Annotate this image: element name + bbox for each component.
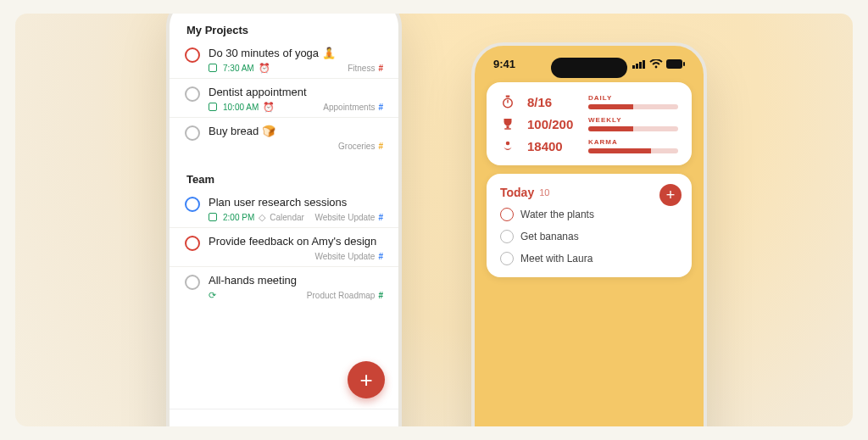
tab-inbox[interactable]: Inbox: [227, 409, 285, 426]
task-extra: Calendar: [270, 213, 304, 222]
phone-todoist: My Projects Do 30 minutes of yoga 🧘 7:30…: [166, 14, 402, 426]
stat-daily: 8/16 DAILY: [500, 94, 678, 109]
trophy-icon: [500, 116, 519, 131]
stat-value: 8/16: [527, 95, 580, 109]
widget-task-row[interactable]: Meet with Laura: [500, 252, 678, 265]
task-title: All-hands meeting: [209, 274, 383, 287]
progress-bar: [588, 126, 678, 131]
showcase-stage: My Projects Do 30 minutes of yoga 🧘 7:30…: [15, 14, 853, 426]
task-tag: Groceries: [338, 142, 375, 151]
alarm-icon: ⏰: [263, 102, 275, 113]
hash-icon: #: [378, 213, 383, 222]
today-count: 10: [539, 187, 549, 198]
section-header-my-projects: My Projects: [170, 19, 398, 40]
task-tag: Product Roadmap: [307, 291, 376, 300]
task-title: Buy bread 🍞: [209, 125, 383, 137]
task-tag: Fitness: [348, 64, 375, 73]
progress-bar: [588, 104, 678, 109]
task-tag: Appointments: [323, 103, 375, 112]
widget-task-row[interactable]: Get bananas: [500, 230, 678, 243]
add-task-button[interactable]: +: [659, 184, 682, 206]
svg-rect-18: [507, 125, 509, 128]
priority-bullet-icon[interactable]: [500, 208, 514, 221]
priority-bullet-icon[interactable]: [185, 236, 200, 251]
widget-task-row[interactable]: Water the plants: [500, 208, 678, 221]
priority-bullet-icon[interactable]: [185, 86, 200, 102]
priority-bullet-icon[interactable]: [185, 125, 200, 141]
svg-rect-9: [636, 64, 638, 69]
tab-search[interactable]: Search: [284, 409, 342, 426]
tab-browse[interactable]: Browse: [342, 409, 399, 426]
hash-icon: #: [378, 64, 383, 73]
stat-label: KARMA: [588, 138, 678, 146]
svg-rect-19: [504, 128, 511, 130]
svg-rect-10: [639, 62, 642, 69]
task-time: 7:30 AM: [223, 64, 254, 73]
add-task-button[interactable]: +: [348, 361, 385, 398]
battery-icon: [666, 59, 685, 69]
svg-rect-17: [506, 96, 510, 97]
stat-karma: 18400 KARMA: [500, 138, 678, 153]
svg-point-20: [506, 142, 510, 146]
svg-rect-14: [683, 62, 685, 66]
priority-bullet-icon[interactable]: [185, 47, 200, 63]
task-row[interactable]: Dentist appointment 10:00 AM ⏰ Appointme…: [170, 78, 398, 117]
priority-bullet-icon[interactable]: [500, 230, 514, 243]
task-time: 10:00 AM: [223, 103, 259, 112]
task-row[interactable]: All-hands meeting ⟳ Product Roadmap #: [170, 266, 398, 305]
priority-bullet-icon[interactable]: [500, 252, 514, 265]
tab-today[interactable]: 21 Today: [170, 409, 227, 426]
calendar-icon: [209, 103, 217, 111]
svg-point-12: [655, 66, 658, 69]
stat-label: WEEKLY: [588, 116, 678, 124]
bottom-tab-bar: 21 Today Inbox Search Browse: [170, 409, 398, 426]
priority-bullet-icon[interactable]: [185, 275, 200, 290]
karma-icon: [500, 138, 519, 153]
hash-icon: #: [378, 291, 383, 300]
task-title: Provide feedback on Amy's design: [209, 235, 383, 248]
task-tag: Website Update: [314, 213, 375, 222]
cellular-icon: [632, 59, 646, 69]
stat-value: 100/200: [527, 117, 580, 131]
task-title: Water the plants: [520, 209, 594, 220]
search-icon: [304, 425, 321, 427]
hash-icon: #: [378, 103, 383, 112]
today-widget[interactable]: + Today 10 Water the plants Get bananas …: [487, 174, 692, 277]
task-row[interactable]: Buy bread 🍞 Groceries #: [170, 117, 398, 156]
timer-icon: [500, 94, 519, 109]
recurring-icon: ⟳: [209, 290, 216, 301]
calendar-icon: [209, 64, 217, 72]
progress-bar: [588, 148, 678, 153]
alarm-icon: ⏰: [259, 63, 270, 74]
inbox-icon: [247, 425, 264, 427]
task-tag: Website Update: [314, 252, 375, 261]
hash-icon: #: [378, 252, 383, 261]
task-title: Plan user research sessions: [209, 196, 383, 209]
calendar-icon: [209, 213, 217, 221]
today-label: Today: [500, 186, 534, 199]
browse-icon: [361, 425, 378, 427]
task-title: Dentist appointment: [209, 86, 383, 98]
task-row[interactable]: Plan user research sessions 2:00 PM ◇ Ca…: [170, 189, 398, 227]
stat-weekly: 100/200 WEEKLY: [500, 116, 678, 131]
task-title: Do 30 minutes of yoga 🧘: [209, 47, 383, 59]
phone-content: My Projects Do 30 minutes of yoga 🧘 7:30…: [170, 14, 398, 305]
task-row[interactable]: Do 30 minutes of yoga 🧘 7:30 AM ⏰ Fitnes…: [170, 40, 398, 78]
tag-icon: ◇: [259, 212, 265, 223]
svg-rect-11: [643, 60, 645, 69]
phone-widgets: 9:41 8/16 DAILY: [471, 42, 707, 426]
section-header-team: Team: [170, 168, 398, 189]
task-title: Meet with Laura: [520, 253, 593, 265]
wifi-icon: [649, 59, 663, 69]
svg-rect-8: [632, 65, 635, 69]
stats-widget[interactable]: 8/16 DAILY 100/200 WEEKLY: [487, 82, 692, 165]
status-clock: 9:41: [493, 58, 515, 70]
stat-value: 18400: [527, 139, 580, 153]
hash-icon: #: [378, 142, 383, 151]
stat-label: DAILY: [588, 94, 678, 102]
task-time: 2:00 PM: [223, 213, 254, 222]
calendar-day-icon: 21: [190, 425, 207, 427]
priority-bullet-icon[interactable]: [185, 197, 200, 212]
task-title: Get bananas: [520, 231, 579, 242]
task-row[interactable]: Provide feedback on Amy's design Website…: [170, 227, 398, 266]
